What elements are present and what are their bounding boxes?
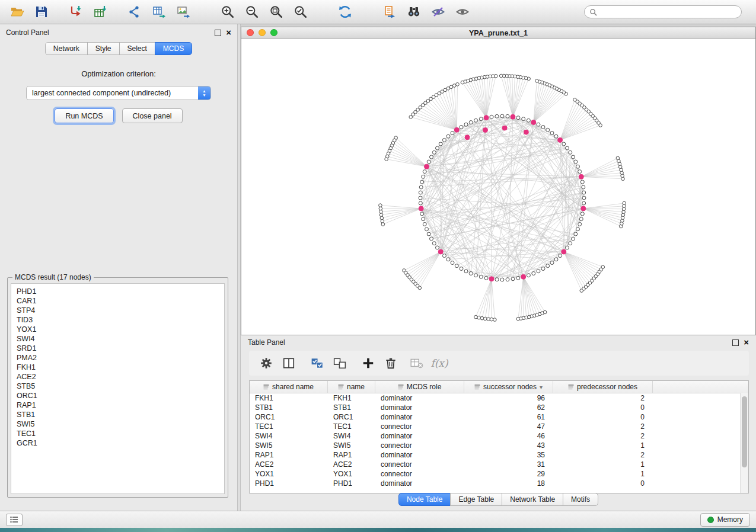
graph-node[interactable]	[422, 175, 425, 178]
mcds-result-item[interactable]: TEC1	[17, 429, 219, 438]
mcds-result-item[interactable]: YOX1	[17, 325, 219, 334]
zoom-out-button[interactable]	[241, 2, 263, 21]
graph-leaf-node[interactable]	[381, 223, 385, 226]
mcds-result-item[interactable]: CAR1	[17, 296, 219, 306]
column-header-name[interactable]: name	[328, 381, 375, 393]
graph-node[interactable]	[484, 276, 488, 280]
graph-node[interactable]	[423, 222, 426, 226]
tab-motifs[interactable]: Motifs	[563, 493, 598, 506]
mcds-result-item[interactable]: STB1	[17, 410, 219, 419]
tab-node-table[interactable]: Node Table	[398, 493, 451, 506]
dropdown-stepper-icon[interactable]: ▲ ▼	[198, 86, 210, 100]
graph-node[interactable]	[572, 237, 575, 241]
tab-style[interactable]: Style	[87, 42, 120, 55]
table-row[interactable]: ACE2ACE2connector311	[250, 460, 748, 469]
add-column-button[interactable]	[357, 353, 379, 373]
graph-node[interactable]	[576, 165, 580, 168]
graph-hub-node[interactable]	[524, 130, 528, 134]
graph-node[interactable]	[430, 155, 433, 159]
graph-node[interactable]	[580, 212, 584, 216]
graph-hub-node[interactable]	[521, 274, 526, 279]
graph-hub-node[interactable]	[425, 164, 429, 169]
graph-node[interactable]	[419, 201, 422, 205]
graph-hub-node[interactable]	[419, 206, 423, 211]
graph-leaf-node[interactable]	[487, 318, 490, 321]
memory-button[interactable]: Memory	[700, 513, 750, 527]
table-row[interactable]: FKH1FKH1dominator962	[250, 393, 748, 403]
delete-table-button[interactable]	[406, 353, 428, 373]
graph-node[interactable]	[446, 258, 450, 261]
close-panel-button[interactable]: Close panel	[122, 108, 183, 123]
graph-leaf-node[interactable]	[616, 156, 620, 160]
save-session-button[interactable]	[30, 2, 53, 21]
mcds-result-item[interactable]: SRD1	[17, 344, 219, 353]
graph-node[interactable]	[439, 142, 442, 146]
graph-leaf-node[interactable]	[380, 216, 384, 220]
mcds-result-item[interactable]: STB5	[17, 382, 219, 391]
mcds-result-item[interactable]: SWI5	[17, 419, 219, 429]
graph-node[interactable]	[578, 170, 582, 174]
graph-node[interactable]	[566, 146, 569, 150]
graph-node[interactable]	[578, 222, 582, 226]
table-row[interactable]: SWI5SWI5connector431	[250, 441, 748, 450]
graph-node[interactable]	[554, 134, 558, 138]
graph-node[interactable]	[532, 272, 535, 275]
graph-leaf-node[interactable]	[484, 317, 487, 321]
graph-node[interactable]	[574, 232, 578, 236]
tab-network[interactable]: Network	[45, 42, 88, 55]
graph-leaf-node[interactable]	[379, 204, 382, 207]
graph-node[interactable]	[442, 138, 446, 142]
graph-node[interactable]	[582, 201, 586, 205]
network-view-window[interactable]: YPA_prune.txt_1	[241, 27, 756, 335]
graph-node[interactable]	[474, 118, 478, 122]
graph-node[interactable]	[500, 114, 504, 118]
table-settings-button[interactable]	[255, 353, 277, 373]
table-row[interactable]: STB1STB1dominator620	[250, 403, 748, 412]
graph-node[interactable]	[464, 123, 468, 126]
graph-node[interactable]	[419, 185, 423, 189]
graph-node[interactable]	[582, 191, 586, 194]
graph-node[interactable]	[541, 126, 545, 129]
mcds-result-item[interactable]: ORC1	[17, 391, 219, 400]
graph-node[interactable]	[546, 128, 550, 132]
find-button[interactable]	[403, 2, 425, 21]
graph-node[interactable]	[550, 261, 554, 265]
mcds-result-item[interactable]: PMA2	[17, 353, 219, 363]
graph-node[interactable]	[479, 275, 483, 278]
graph-node[interactable]	[522, 117, 525, 121]
graph-leaf-node[interactable]	[409, 116, 413, 119]
mcds-result-item[interactable]: PHD1	[17, 287, 219, 296]
graph-hub-node[interactable]	[454, 127, 459, 132]
graph-node[interactable]	[451, 261, 454, 265]
graph-node[interactable]	[559, 254, 562, 258]
graph-node[interactable]	[569, 150, 572, 154]
search-input[interactable]	[601, 7, 736, 17]
graph-leaf-node[interactable]	[499, 74, 503, 78]
export-image-button[interactable]	[172, 2, 194, 21]
import-table-button[interactable]	[89, 2, 111, 21]
graph-hub-node[interactable]	[562, 249, 566, 254]
graph-node[interactable]	[527, 274, 530, 277]
graph-node[interactable]	[427, 160, 430, 164]
graph-node[interactable]	[474, 274, 478, 277]
mcds-result-item[interactable]: GCR1	[17, 438, 219, 448]
graph-node[interactable]	[419, 196, 422, 200]
window-close-icon[interactable]	[247, 29, 254, 36]
task-history-button[interactable]	[6, 514, 23, 526]
column-header-shared-name[interactable]: shared name	[250, 381, 328, 393]
graph-node[interactable]	[580, 180, 584, 184]
graph-leaf-node[interactable]	[381, 220, 384, 223]
graph-node[interactable]	[516, 116, 520, 120]
zoom-fit-button[interactable]	[265, 2, 288, 21]
graph-hub-node[interactable]	[511, 114, 515, 119]
import-network-button[interactable]	[65, 2, 87, 21]
graph-node[interactable]	[446, 134, 450, 138]
criterion-dropdown[interactable]: largest connected component (undirected)…	[26, 86, 211, 100]
float-table-panel-icon[interactable]	[732, 339, 739, 346]
float-panel-icon[interactable]	[215, 30, 221, 36]
graph-leaf-node[interactable]	[379, 207, 382, 210]
graph-node[interactable]	[566, 246, 569, 249]
graph-node[interactable]	[582, 196, 586, 200]
graph-node[interactable]	[506, 278, 509, 281]
graph-node[interactable]	[469, 272, 473, 275]
